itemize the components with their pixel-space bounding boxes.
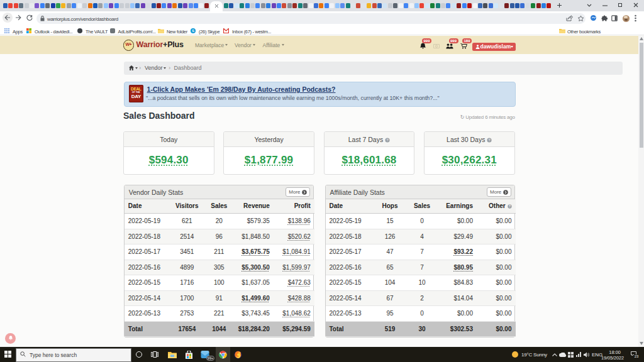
svg-text:?: ? [509,206,511,209]
svg-text:?: ? [387,138,389,142]
svg-text:?: ? [489,138,491,142]
